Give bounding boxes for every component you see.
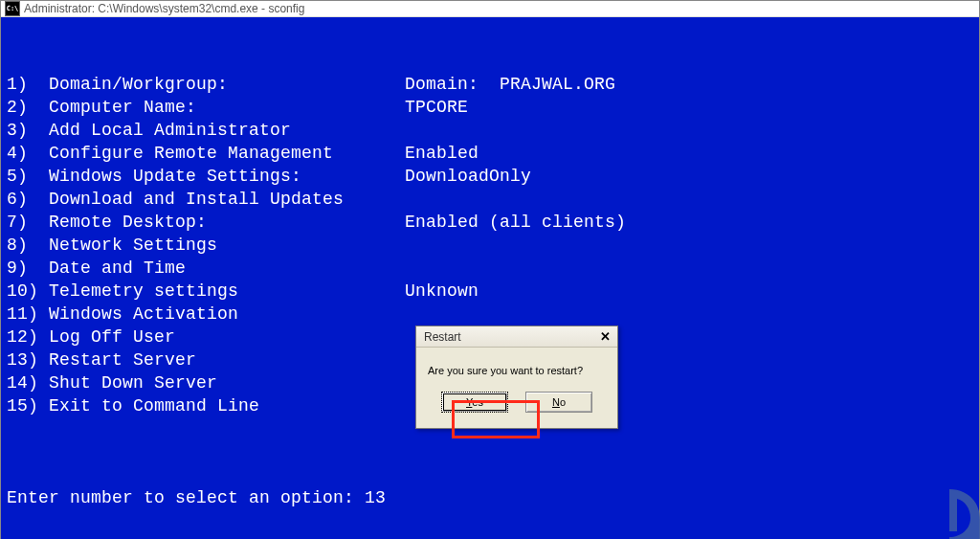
dialog-buttons: Yes No xyxy=(416,384,617,428)
close-icon[interactable]: ✕ xyxy=(596,329,613,345)
menu-row: 9) Date and Time xyxy=(7,257,973,280)
menu-item-label: 12) Log Off User xyxy=(7,326,405,348)
prompt-label: Enter number to select an option: xyxy=(7,486,365,509)
menu-row: 10) Telemetry settingsUnknown xyxy=(7,280,973,303)
titlebar-text: Administrator: C:\Windows\system32\cmd.e… xyxy=(24,2,304,15)
menu-item-label: 15) Exit to Command Line xyxy=(7,394,405,417)
cmd-icon: C:\ xyxy=(5,1,20,16)
menu-item-label: 3) Add Local Administrator xyxy=(7,119,405,142)
no-button[interactable]: No xyxy=(525,392,592,413)
no-button-accel: N xyxy=(552,396,560,408)
menu-row: 1) Domain/Workgroup:Domain: PRAJWAL.ORG xyxy=(7,73,973,96)
menu-item-label: 7) Remote Desktop: xyxy=(7,211,405,234)
menu-row: 5) Windows Update Settings:DownloadOnly xyxy=(7,165,973,188)
yes-button-rest: es xyxy=(472,396,483,408)
menu-item-label: 10) Telemetry settings xyxy=(7,280,405,303)
menu-item-label: 1) Domain/Workgroup: xyxy=(7,73,405,96)
dialog-title: Restart xyxy=(424,330,461,344)
menu-item-value: Enabled xyxy=(405,142,479,165)
menu-item-value: Unknown xyxy=(405,280,479,303)
cmd-window: C:\ Administrator: C:\Windows\system32\c… xyxy=(0,0,980,539)
prompt-input: 13 xyxy=(365,486,386,509)
menu-row: 4) Configure Remote ManagementEnabled xyxy=(7,142,973,165)
menu-item-label: 4) Configure Remote Management xyxy=(7,142,405,165)
menu-item-value: DownloadOnly xyxy=(405,165,531,188)
prompt-line: Enter number to select an option: 13 xyxy=(7,486,973,509)
titlebar: C:\ Administrator: C:\Windows\system32\c… xyxy=(1,1,979,17)
dialog-message: Are you sure you want to restart? xyxy=(416,348,617,384)
menu-item-label: 13) Restart Server xyxy=(7,348,405,371)
console-area[interactable]: 1) Domain/Workgroup:Domain: PRAJWAL.ORG2… xyxy=(1,17,979,539)
menu-item-label: 8) Network Settings xyxy=(7,234,405,257)
menu-row: 11) Windows Activation xyxy=(7,303,973,326)
yes-button[interactable]: Yes xyxy=(441,392,508,413)
menu-row: 6) Download and Install Updates xyxy=(7,188,973,211)
menu-item-value: TPCORE xyxy=(405,96,468,119)
menu-item-value: Domain: PRAJWAL.ORG xyxy=(405,73,615,96)
menu-item-value: Enabled (all clients) xyxy=(405,211,626,234)
menu-row: 2) Computer Name:TPCORE xyxy=(7,96,973,119)
restart-dialog: Restart ✕ Are you sure you want to resta… xyxy=(415,326,618,429)
menu-item-label: 11) Windows Activation xyxy=(7,303,405,326)
menu-row: 8) Network Settings xyxy=(7,234,973,257)
no-button-rest: o xyxy=(560,396,566,408)
menu-item-label: 2) Computer Name: xyxy=(7,96,405,119)
menu-row: 7) Remote Desktop:Enabled (all clients) xyxy=(7,211,973,234)
menu-item-label: 6) Download and Install Updates xyxy=(7,188,405,211)
dialog-titlebar: Restart ✕ xyxy=(416,326,617,348)
menu-item-label: 5) Windows Update Settings: xyxy=(7,165,405,188)
menu-item-label: 14) Shut Down Server xyxy=(7,371,405,394)
menu-row: 3) Add Local Administrator xyxy=(7,119,973,142)
menu-item-label: 9) Date and Time xyxy=(7,257,405,280)
